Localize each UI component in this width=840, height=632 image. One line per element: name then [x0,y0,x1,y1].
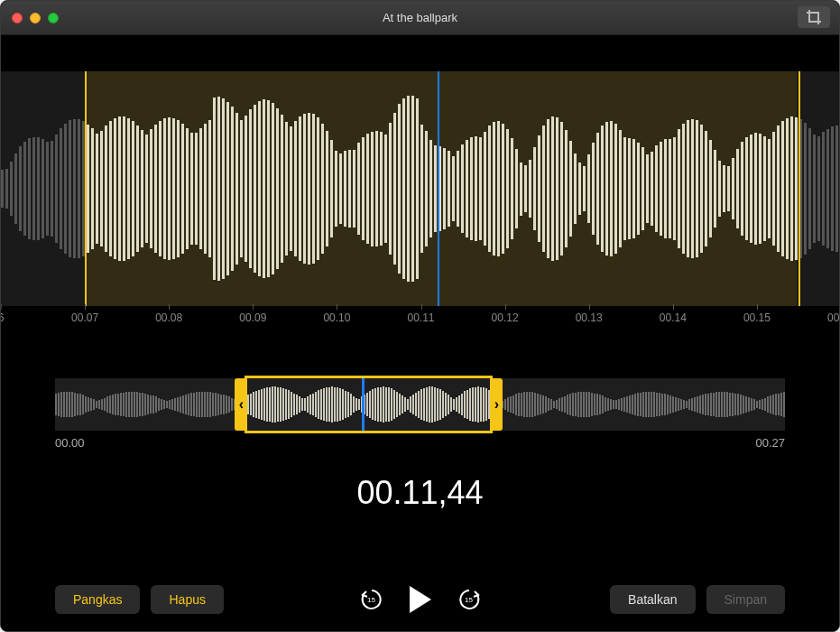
overview-time-labels: 00.00 00.27 [55,436,785,450]
overview-waveform[interactable]: ‹ › [55,378,785,431]
ruler-tick: 00.12 [492,311,519,324]
ruler-tick: 00.11 [407,311,434,324]
time-ruler: 600.0700.0800.0900.1000.1100.1200.1300.1… [1,311,839,333]
crop-icon [806,9,822,25]
trim-handle-start[interactable] [85,71,87,306]
main-waveform [1,71,839,306]
current-timecode: 00.11,44 [1,474,839,512]
skip-forward-button[interactable]: 15 [457,587,482,612]
ruler-tick: 00.07 [71,311,98,324]
bottom-toolbar: Pangkas Hapus 15 15 [1,568,839,631]
overview-playhead[interactable] [362,378,365,431]
overview-start-label: 00.00 [55,436,85,450]
skip-back-button[interactable]: 15 [359,587,384,612]
overview-end-label: 00.27 [755,436,785,450]
main-waveform-area[interactable] [1,71,839,306]
ruler-tick: 00.13 [576,311,603,324]
editor-window: At the ballpark 600.0700.0800.0900.1000.… [0,0,840,632]
cancel-button[interactable]: Batalkan [610,585,695,614]
crop-mode-button[interactable] [798,6,830,28]
ruler-tick: 00.09 [239,311,266,324]
overview-trim-handle-start[interactable]: ‹ [235,378,247,431]
window-title: At the ballpark [1,11,839,24]
skip-back-seconds: 15 [367,596,375,604]
titlebar: At the ballpark [1,1,839,35]
trim-handle-end[interactable] [798,71,800,306]
ruler-tick: 6 [0,311,4,324]
overview-trim-region[interactable]: ‹ › [245,376,493,433]
skip-forward-seconds: 15 [465,596,473,604]
waveform-bars [1,71,839,306]
save-button[interactable]: Simpan [706,585,785,614]
ruler-tick: 00.10 [323,311,350,324]
delete-button[interactable]: Hapus [151,585,223,614]
ruler-tick: 00.16 [827,311,840,324]
ruler-tick: 00.14 [660,311,687,324]
overview-trim-handle-end[interactable]: › [490,378,503,431]
play-button[interactable] [410,586,431,613]
trim-button[interactable]: Pangkas [55,585,140,614]
editor-content: 600.0700.0800.0900.1000.1100.1200.1300.1… [1,35,839,631]
ruler-tick: 00.08 [155,311,182,324]
playhead[interactable] [438,71,439,306]
ruler-tick: 00.15 [743,311,771,324]
transport-controls: 15 15 [359,586,482,613]
